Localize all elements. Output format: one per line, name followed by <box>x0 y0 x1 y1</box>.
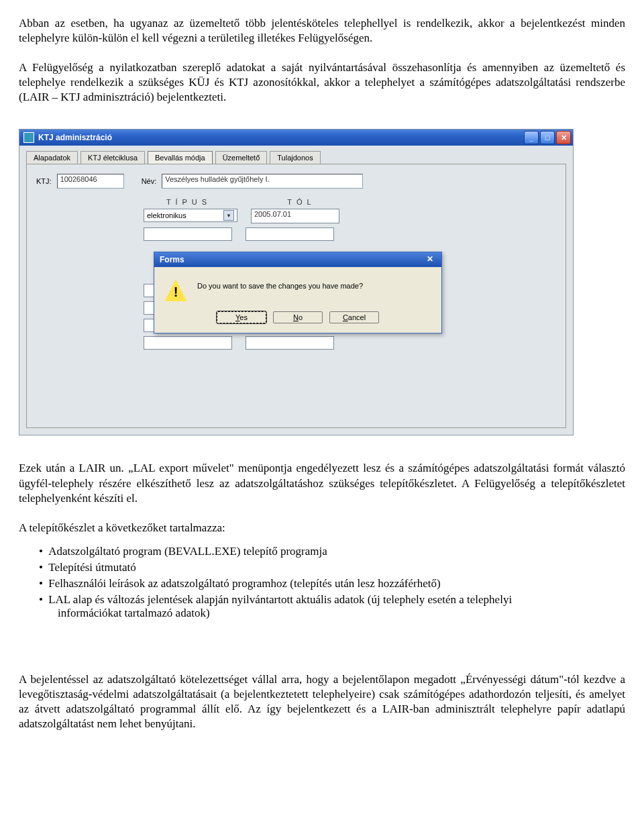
tab-uzemelteto[interactable]: Üzemeltető <box>215 151 268 164</box>
tab-bevallas-modja[interactable]: Bevallás módja <box>148 151 213 164</box>
maximize-button[interactable]: □ <box>540 131 555 144</box>
window-titlebar: KTJ adminisztráció _ □ ✕ <box>19 129 573 146</box>
column-header-tol: T Ó L <box>256 198 343 206</box>
warning-icon: ! <box>164 278 188 302</box>
app-icon <box>23 132 34 143</box>
dialog-close-button[interactable]: ✕ <box>427 254 439 265</box>
nev-field[interactable]: Veszélyes hulladék gyűjtőhely I. <box>162 174 363 189</box>
ktj-field[interactable]: 100268046 <box>57 174 124 189</box>
ktj-label: KTJ: <box>36 177 52 185</box>
intro-paragraph-2: A Felügyelőség a nyilatkozatban szereplő… <box>19 60 625 105</box>
paragraph-after-screenshot: Ezek után a LAIR un. „LAL export művelet… <box>19 461 625 505</box>
no-button[interactable]: NoNo <box>273 311 323 323</box>
list-item: LAL alap és változás jelentések alapján … <box>39 593 625 620</box>
tipus-select[interactable]: elektronikus ▼ <box>144 209 237 222</box>
list-item: Adatszolgáltató program (BEVALL.EXE) tel… <box>39 545 625 558</box>
empty-row-1b[interactable] <box>246 227 334 241</box>
tab-bar: Alapadatok KTJ életciklusa Bevallás módj… <box>19 146 573 164</box>
empty-row-5a[interactable] <box>144 336 232 350</box>
tipus-select-value: elektronikus <box>147 211 186 219</box>
window-title: KTJ adminisztráció <box>38 133 523 142</box>
closing-paragraph: A bejelentéssel az adatszolgáltató kötel… <box>19 672 625 731</box>
tab-ktj-eletciklusa[interactable]: KTJ életciklusa <box>80 151 145 164</box>
cancel-button[interactable]: CancelCancel <box>329 311 379 323</box>
app-window: KTJ adminisztráció _ □ ✕ Alapadatok KTJ … <box>19 129 574 435</box>
chevron-down-icon: ▼ <box>223 210 234 221</box>
close-button[interactable]: ✕ <box>556 131 571 144</box>
tab-tulajdonos[interactable]: Tulajdonos <box>270 151 320 164</box>
dialog-message: Do you want to save the changes you have… <box>197 278 363 290</box>
list-item-line1: LAL alap és változás jelentések alapján … <box>48 593 512 606</box>
list-item-line2: információkat tartalmazó adatok) <box>39 607 625 620</box>
empty-row-5b[interactable] <box>246 336 334 350</box>
list-item: Felhasználói leírások az adatszolgáltató… <box>39 577 625 590</box>
dialog-title: Forms <box>160 255 184 264</box>
tol-date-field[interactable]: 2005.07.01 <box>251 209 339 223</box>
form-panel: KTJ: 100268046 Név: Veszélyes hulladék g… <box>26 164 566 428</box>
list-intro: A telepítőkészlet a következőket tartalm… <box>19 521 625 535</box>
confirm-dialog: Forms ✕ ! Do you want to save the change… <box>154 252 442 333</box>
nev-label: Név: <box>142 177 157 185</box>
embedded-screenshot: KTJ adminisztráció _ □ ✕ Alapadatok KTJ … <box>19 129 625 435</box>
minimize-button[interactable]: _ <box>524 131 539 144</box>
tab-alapadatok[interactable]: Alapadatok <box>26 151 78 164</box>
empty-row-1a[interactable] <box>144 227 232 241</box>
list-item: Telepítési útmutató <box>39 561 625 574</box>
column-header-tipus: T Í P U S <box>144 198 231 206</box>
install-kit-list: Adatszolgáltató program (BEVALL.EXE) tel… <box>19 545 625 620</box>
intro-paragraph-1: Abban az esetben, ha ugyanaz az üzemelte… <box>19 16 625 46</box>
dialog-titlebar: Forms ✕ <box>154 252 441 267</box>
yes-button[interactable]: YYeses <box>217 311 266 323</box>
